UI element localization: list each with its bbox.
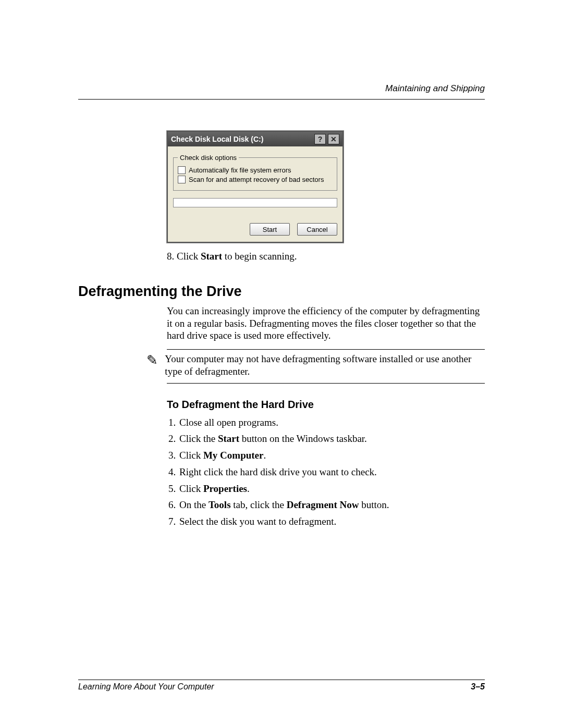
auto-fix-checkbox[interactable] <box>178 166 186 174</box>
list-item: Click Properties. <box>178 483 485 495</box>
list-item: On the Tools tab, click the Defragment N… <box>178 499 485 511</box>
progress-bar <box>173 198 337 207</box>
scan-recover-checkbox[interactable] <box>178 176 186 183</box>
list-item: Select the disk you want to defragment. <box>178 515 485 528</box>
check-disk-dialog: Check Disk Local Disk (C:) ? ✕ Check dis… <box>167 131 344 243</box>
list-item: Click My Computer. <box>178 449 485 462</box>
defragment-steps: Close all open programs. Click the Start… <box>167 416 485 528</box>
dialog-title: Check Disk Local Disk (C:) <box>171 135 263 143</box>
page-header-right: Maintaining and Shipping <box>78 83 485 94</box>
note-text: Your computer may not have defragmenting… <box>165 353 485 378</box>
footer-page-number: 3–5 <box>471 682 485 692</box>
step-8-bold: Start <box>201 251 222 262</box>
group-legend: Check disk options <box>178 154 239 162</box>
section-heading-defragmenting: Defragmenting the Drive <box>78 283 485 300</box>
dialog-titlebar: Check Disk Local Disk (C:) ? ✕ <box>168 132 342 146</box>
step-8-post: to begin scanning. <box>222 251 297 262</box>
page-footer: Learning More About Your Computer 3–5 <box>78 675 485 692</box>
start-button[interactable]: Start <box>250 223 290 236</box>
check-disk-options-group: Check disk options Automatically fix fil… <box>173 154 337 191</box>
help-icon[interactable]: ? <box>314 134 326 144</box>
note-rule-bottom <box>167 383 485 384</box>
step-8-pre: Click <box>177 251 201 262</box>
scan-recover-label: Scan for and attempt recovery of bad sec… <box>189 176 324 183</box>
header-rule <box>78 99 485 100</box>
footer-left: Learning More About Your Computer <box>78 682 214 692</box>
list-item: Close all open programs. <box>178 416 485 429</box>
step-8: 8. Click Start to begin scanning. <box>167 250 485 263</box>
intro-paragraph: You can increasingly improve the efficie… <box>167 305 485 342</box>
auto-fix-label: Automatically fix file system errors <box>189 166 291 174</box>
subhead-to-defragment: To Defragment the Hard Drive <box>167 398 485 411</box>
note-rule-top <box>167 349 485 350</box>
list-item: Right click the hard disk drive you want… <box>178 466 485 478</box>
close-icon[interactable]: ✕ <box>328 134 339 144</box>
list-item: Click the Start button on the Windows ta… <box>178 433 485 445</box>
note-icon: ✎ <box>146 354 158 367</box>
step-8-number: 8. <box>167 251 174 262</box>
cancel-button[interactable]: Cancel <box>297 223 337 236</box>
